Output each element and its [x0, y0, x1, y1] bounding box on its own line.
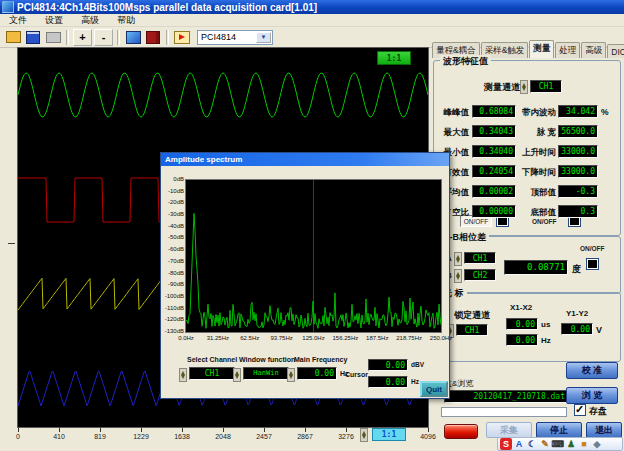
tab-process[interactable]: 处理 [555, 42, 580, 58]
title-bar: PCI4814:4Ch14Bits100Msps parallel data a… [0, 0, 624, 14]
spectrum-y-tick-label: -50dB [161, 234, 184, 240]
stop-button[interactable]: 停止 [536, 422, 582, 438]
spectrum-x-tick-label: 125.0Hz [299, 335, 329, 341]
phase-value-display: 0.08771 [504, 260, 568, 275]
phase-b-display[interactable]: CH2 [464, 269, 496, 281]
measure-row: 有效值0.24054下降时间33000.0 [434, 165, 618, 180]
measure-label: 最大值 [436, 127, 469, 139]
save-progress-bar [441, 407, 567, 417]
moon-icon[interactable]: ☾ [526, 438, 538, 450]
record-indicator-button[interactable] [444, 424, 478, 439]
x-axis-tick-label: 2048 [210, 433, 236, 440]
phase-a-spinner[interactable] [454, 252, 462, 266]
menu-item-advanced[interactable]: 高级 [72, 14, 108, 27]
person-icon[interactable]: ♟ [565, 438, 577, 450]
save-icon[interactable] [24, 29, 42, 45]
printer-icon[interactable] [44, 29, 62, 45]
measure-channel-spinner[interactable] [520, 80, 528, 94]
tab-dio[interactable]: DIO [607, 44, 624, 58]
device-combo[interactable]: PCI4814 ▼ [197, 30, 273, 45]
measure-value-display: 0.34040 [472, 145, 516, 158]
measure-value-display: -0.3 [558, 185, 598, 198]
toolbar-separator [166, 30, 169, 45]
cursor-freq-display: 0.00 [368, 376, 408, 388]
x-axis-tick-label: 2457 [251, 433, 277, 440]
measure-value-display: 0.00002 [472, 185, 516, 198]
acquire-button[interactable]: 采集 [486, 422, 532, 438]
menu-item-settings[interactable]: 设置 [36, 14, 72, 27]
measure-unit: % [601, 107, 609, 117]
cursor-y-display: 0.00 [561, 323, 593, 335]
spectrum-y-tick-label: -20dB [161, 199, 184, 205]
cursor-freq-unit: Hz [541, 336, 551, 345]
open-icon[interactable] [4, 29, 22, 45]
measure-channel-display[interactable]: CH1 [530, 80, 562, 93]
display-icon[interactable] [124, 29, 142, 45]
measure-channel-label: 测量通道 [484, 81, 520, 94]
main-frequency-spinner[interactable] [287, 368, 295, 382]
measure-label: 峰峰值 [436, 107, 469, 119]
sogou-icon[interactable]: S [500, 438, 512, 450]
measure-value-display: 33000.0 [558, 145, 598, 158]
main-frequency-label: Main Frequency [294, 356, 347, 363]
menu-item-file[interactable]: 文件 [0, 14, 36, 27]
measure-value-display: 0.68084 [472, 105, 516, 118]
tab-advanced[interactable]: 高级 [581, 42, 606, 58]
window-function-spinner[interactable] [233, 368, 241, 382]
chevron-down-icon[interactable]: ▼ [256, 32, 271, 43]
spectrum-plot [186, 180, 441, 332]
menu-bar: 文件设置高级帮助 [0, 14, 624, 27]
device-combo-value: PCI4814 [201, 32, 236, 42]
measure-value-display: 0.24054 [472, 165, 516, 178]
zoom-in-button[interactable]: + [73, 29, 92, 46]
zoom-out-button[interactable]: - [94, 29, 113, 46]
save-checkbox-label: 存盘 [589, 405, 607, 418]
x-axis-tick-label: 2867 [292, 433, 318, 440]
measure-row: 平均值0.00002顶部值-0.3 [434, 185, 618, 200]
phase-a-display[interactable]: CH1 [464, 252, 496, 264]
measure-label: 上升时间 [516, 147, 556, 159]
x-axis-tick [100, 428, 101, 432]
x-axis-tick [59, 428, 60, 432]
browse-button[interactable]: 浏 览 [566, 387, 618, 404]
select-channel-display[interactable]: CH1 [189, 367, 235, 380]
calibrate-button[interactable]: 校 准 [566, 362, 618, 379]
measure-row: 占空比0.00000底部值0.3 [434, 205, 618, 220]
app-icon [2, 1, 14, 13]
help-book-icon[interactable] [144, 29, 162, 45]
zoom-ratio-badge-bottom[interactable]: 1:1 [372, 428, 406, 441]
wrench-icon[interactable]: ◆ [591, 438, 603, 450]
x-axis-tick [346, 428, 347, 432]
font-a-icon[interactable]: A [513, 438, 525, 450]
window-function-display[interactable]: HanWin [243, 367, 289, 380]
pen-icon[interactable]: ✎ [539, 438, 551, 450]
phase-group: A-B相位差 A CH1 B CH2 0.08771 度 ON/OFF [433, 236, 621, 294]
menu-item-help[interactable]: 帮助 [108, 14, 144, 27]
run-icon[interactable] [173, 29, 191, 45]
save-checkbox[interactable] [574, 404, 586, 416]
exit-button[interactable]: 退出 [586, 422, 622, 438]
app-window: PCI4814:4Ch14Bits100Msps parallel data a… [0, 0, 624, 451]
x-zoom-spinner[interactable] [360, 428, 368, 442]
toolbar-separator [66, 30, 69, 45]
lock-channel-display[interactable]: CH1 [456, 324, 488, 336]
spectrum-x-tick-label: 250.0Hz [426, 335, 456, 341]
ime-toolbar: SA☾✎⌨♟■◆ [497, 437, 623, 451]
x-axis-tick [18, 428, 19, 432]
quit-button[interactable]: Quit [420, 381, 448, 397]
spectrum-y-tick-label: -40dB [161, 223, 184, 229]
main-frequency-display: 0.00 [297, 367, 337, 380]
cursor-y-unit: V [596, 325, 602, 335]
spectrum-y-tick-label: -130dB [161, 328, 184, 334]
tab-measure[interactable]: 测量 [529, 40, 554, 58]
select-channel-spinner[interactable] [179, 368, 187, 382]
phase-onoff-checkbox[interactable] [586, 258, 599, 270]
spectrum-x-tick-label: 156.25Hz [330, 335, 360, 341]
x-axis-tick-label: 819 [87, 433, 113, 440]
spectrum-x-tick-label: 93.75Hz [267, 335, 297, 341]
x-axis-tick-label: 1229 [128, 433, 154, 440]
keyboard-icon[interactable]: ⌨ [552, 438, 564, 450]
box-icon[interactable]: ■ [578, 438, 590, 450]
cursor-level-unit: dBV [411, 361, 424, 368]
phase-b-spinner[interactable] [454, 269, 462, 283]
